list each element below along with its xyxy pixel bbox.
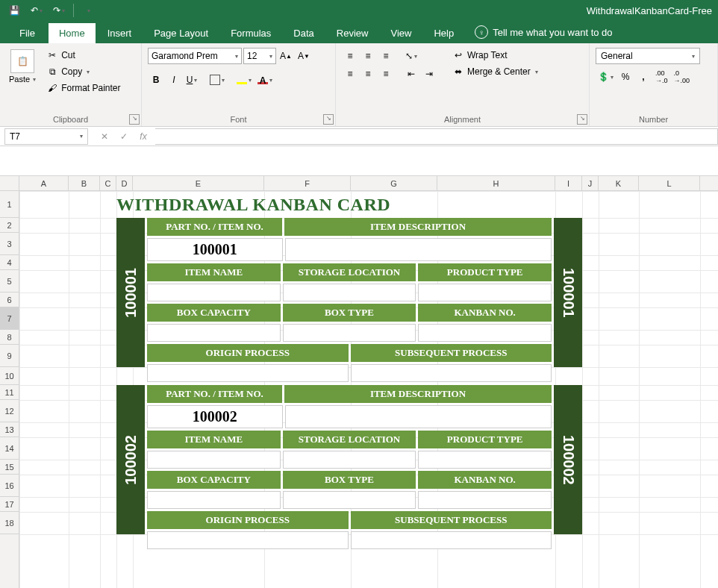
value-subseq[interactable] — [351, 531, 552, 549]
value-item-desc[interactable] — [285, 238, 552, 261]
borders-button[interactable]: ▾ — [207, 72, 227, 88]
copy-button[interactable]: ⧉Copy▾ — [43, 64, 123, 79]
number-format-combo[interactable]: General▾ — [596, 48, 700, 64]
font-name-combo[interactable]: Garamond Prem▾ — [148, 48, 242, 64]
cut-button[interactable]: ✂Cut — [43, 48, 123, 63]
worksheet[interactable]: WITHDRAWAL KANBAN CARD 100001 PART NO. /… — [19, 191, 718, 588]
value-box-cap[interactable] — [147, 491, 281, 509]
value-part-no[interactable]: 100002 — [147, 405, 283, 428]
select-all-corner[interactable] — [0, 176, 19, 191]
decrease-indent-button[interactable]: ⇤ — [403, 66, 419, 82]
tab-help[interactable]: Help — [423, 23, 464, 43]
save-button[interactable]: 💾 — [4, 1, 24, 19]
decrease-decimal-button[interactable]: .0→.00 — [672, 69, 693, 85]
row-header[interactable]: 18 — [0, 512, 19, 534]
increase-font-button[interactable]: A▲ — [278, 48, 294, 64]
value-kanban-no[interactable] — [418, 324, 552, 342]
value-kanban-no[interactable] — [418, 491, 552, 509]
customize-qat-button[interactable]: ▾ — [78, 1, 98, 19]
increase-indent-button[interactable]: ⇥ — [421, 66, 437, 82]
align-bottom-button[interactable]: ≡ — [378, 48, 394, 64]
value-storage[interactable] — [283, 284, 416, 301]
column-header[interactable]: D — [116, 176, 133, 190]
column-header[interactable]: L — [639, 176, 700, 190]
tab-insert[interactable]: Insert — [97, 23, 143, 43]
italic-button[interactable]: I — [166, 72, 182, 88]
redo-button[interactable]: ↷▾ — [49, 1, 69, 19]
accounting-format-button[interactable]: 💲▾ — [596, 69, 616, 85]
merge-center-button[interactable]: ⬌Merge & Center▾ — [449, 64, 541, 79]
row-header[interactable]: 5 — [0, 270, 19, 293]
column-header[interactable]: I — [555, 176, 582, 190]
value-origin[interactable] — [147, 364, 349, 382]
tab-review[interactable]: Review — [326, 23, 379, 43]
tab-data[interactable]: Data — [283, 23, 324, 43]
tell-me-search[interactable]: ♀ Tell me what you want to do — [466, 21, 621, 43]
tab-formulas[interactable]: Formulas — [220, 23, 281, 43]
align-right-button[interactable]: ≡ — [378, 66, 394, 82]
align-top-button[interactable]: ≡ — [342, 48, 358, 64]
undo-button[interactable]: ↶▾ — [27, 1, 46, 19]
row-header[interactable]: 15 — [0, 460, 19, 475]
insert-function-button[interactable]: fx — [136, 131, 151, 142]
value-product-type[interactable] — [418, 451, 552, 469]
column-header[interactable]: B — [69, 176, 100, 190]
comma-format-button[interactable]: , — [635, 69, 652, 85]
value-product-type[interactable] — [418, 284, 552, 301]
tab-view[interactable]: View — [380, 23, 422, 43]
value-box-type[interactable] — [283, 324, 416, 342]
dialog-launcher-font[interactable]: ↘ — [323, 114, 334, 125]
bold-button[interactable]: B — [148, 72, 164, 88]
format-painter-button[interactable]: 🖌Format Painter — [43, 81, 123, 96]
value-part-no[interactable]: 100001 — [147, 238, 283, 261]
formula-input[interactable] — [155, 128, 718, 145]
tab-file[interactable]: File — [7, 23, 47, 43]
align-middle-button[interactable]: ≡ — [360, 48, 376, 64]
row-header[interactable]: 17 — [0, 497, 19, 512]
percent-format-button[interactable]: % — [617, 69, 634, 85]
enter-formula-button[interactable]: ✓ — [116, 131, 131, 142]
font-size-combo[interactable]: 12▾ — [243, 48, 276, 64]
row-header[interactable]: 13 — [0, 422, 19, 437]
cancel-formula-button[interactable]: ✕ — [97, 131, 112, 142]
row-header[interactable]: 12 — [0, 400, 19, 422]
column-header[interactable]: F — [264, 176, 351, 190]
row-header[interactable]: 3 — [0, 233, 19, 255]
value-box-cap[interactable] — [147, 324, 281, 342]
value-box-type[interactable] — [283, 491, 416, 509]
column-header[interactable]: E — [133, 176, 264, 190]
row-header[interactable]: 4 — [0, 255, 19, 270]
font-color-button[interactable]: A▾ — [255, 72, 275, 88]
align-left-button[interactable]: ≡ — [342, 66, 358, 82]
row-header[interactable]: 2 — [0, 218, 19, 233]
value-item-desc[interactable] — [285, 405, 552, 428]
value-subseq[interactable] — [351, 364, 552, 382]
value-storage[interactable] — [283, 451, 416, 469]
align-center-button[interactable]: ≡ — [360, 66, 376, 82]
column-header[interactable]: A — [19, 176, 69, 190]
column-header[interactable]: H — [437, 176, 555, 190]
name-box[interactable]: T7▾ — [4, 128, 88, 145]
fill-color-button[interactable]: ▾ — [234, 72, 254, 88]
row-header[interactable]: 16 — [0, 475, 19, 497]
underline-button[interactable]: U▾ — [184, 72, 200, 88]
value-origin[interactable] — [147, 531, 349, 549]
increase-decimal-button[interactable]: .00→.0 — [653, 69, 670, 85]
dialog-launcher-alignment[interactable]: ↘ — [577, 114, 587, 125]
value-item-name[interactable] — [147, 284, 281, 301]
value-item-name[interactable] — [147, 451, 281, 469]
column-header[interactable]: J — [582, 176, 599, 190]
column-header[interactable]: C — [100, 176, 116, 190]
row-header[interactable]: 6 — [0, 293, 19, 307]
orientation-button[interactable]: ⤡▾ — [403, 48, 419, 64]
row-header[interactable]: 11 — [0, 385, 19, 400]
paste-button[interactable]: 📋 Paste▾ — [6, 48, 39, 85]
row-header[interactable]: 1 — [0, 191, 19, 218]
dialog-launcher-clipboard[interactable]: ↘ — [129, 114, 140, 125]
row-header[interactable]: 14 — [0, 437, 19, 460]
column-header[interactable]: K — [599, 176, 639, 190]
row-header[interactable]: 10 — [0, 367, 19, 385]
wrap-text-button[interactable]: ↩Wrap Text — [449, 48, 541, 63]
decrease-font-button[interactable]: A▼ — [296, 48, 312, 64]
tab-page-layout[interactable]: Page Layout — [143, 23, 219, 43]
